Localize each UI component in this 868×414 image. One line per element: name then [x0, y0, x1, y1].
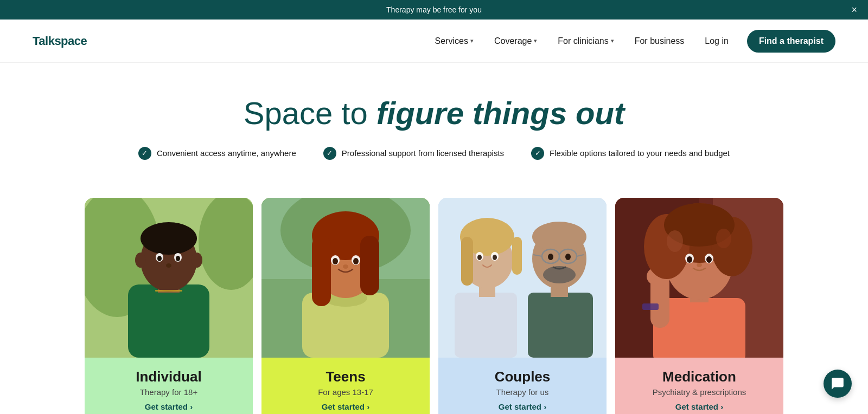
login-link[interactable]: Log in: [697, 32, 736, 50]
chevron-down-icon: ▾: [534, 37, 537, 44]
navigation: Talkspace Services ▾ Coverage ▾ For clin…: [0, 20, 868, 63]
card-couples: Couples Therapy for us Get started ›: [438, 198, 607, 414]
feature-text-1: Convenient access anytime, anywhere: [157, 148, 296, 158]
hero-section: Space to figure things out ✓ Convenient …: [0, 63, 868, 176]
teens-illustration: [261, 198, 430, 358]
feature-text-3: Flexible options tailored to your needs …: [550, 148, 730, 158]
card-teens-image: [261, 198, 430, 358]
logo[interactable]: Talkspace: [33, 34, 87, 48]
svg-point-73: [687, 256, 692, 263]
card-teens-cta[interactable]: Get started ›: [322, 402, 369, 411]
svg-rect-36: [461, 237, 473, 286]
card-individual-subtitle: Therapy for 18+: [95, 387, 242, 397]
banner-close-button[interactable]: ×: [851, 4, 857, 16]
banner-text: Therapy may be free for you: [386, 5, 482, 14]
card-medication-image: [615, 198, 783, 358]
svg-rect-76: [642, 303, 659, 310]
card-individual-title: Individual: [95, 368, 242, 385]
nav-item-cta[interactable]: Find a therapist: [742, 30, 835, 53]
feature-text-2: Professional support from licensed thera…: [342, 148, 504, 158]
card-individual-cta[interactable]: Get started ›: [145, 402, 193, 411]
nav-item-clinicians[interactable]: For clinicians ▾: [550, 32, 621, 50]
card-couples-image: [438, 198, 607, 358]
nav-item-login[interactable]: Log in: [697, 32, 736, 50]
svg-point-45: [532, 222, 586, 252]
card-couples-body: Couples Therapy for us Get started ›: [438, 358, 607, 414]
chevron-down-icon: ▾: [611, 37, 614, 44]
card-medication: Medication Psychiatry & prescriptions Ge…: [615, 198, 783, 414]
nav-menu: Services ▾ Coverage ▾ For clinicians ▾ F…: [427, 30, 835, 53]
hero-features: ✓ Convenient access anytime, anywhere ✓ …: [11, 147, 857, 160]
hero-headline-normal: Space to: [244, 95, 376, 131]
svg-rect-23: [312, 236, 331, 306]
nav-business-label: For business: [635, 36, 685, 46]
hero-headline: Space to figure things out: [11, 95, 857, 132]
card-medication-cta[interactable]: Get started ›: [675, 402, 723, 411]
card-teens-subtitle: For ages 13-17: [272, 387, 419, 397]
card-individual: Individual Therapy for 18+ Get started ›: [85, 198, 253, 414]
chat-icon: [831, 377, 845, 391]
svg-point-70: [716, 229, 731, 248]
card-individual-body: Individual Therapy for 18+ Get started ›: [85, 358, 253, 414]
nav-item-coverage[interactable]: Coverage ▾: [487, 32, 545, 50]
card-medication-title: Medication: [626, 368, 773, 385]
card-couples-subtitle: Therapy for us: [449, 387, 596, 397]
svg-point-6: [141, 222, 197, 255]
card-medication-subtitle: Psychiatry & prescriptions: [626, 387, 773, 397]
svg-point-7: [135, 253, 146, 268]
card-couples-title: Couples: [449, 368, 596, 385]
check-icon: ✓: [138, 147, 151, 160]
hero-feature-2: ✓ Professional support from licensed the…: [323, 147, 504, 160]
nav-item-services[interactable]: Services ▾: [427, 32, 481, 50]
card-teens-body: Teens For ages 13-17 Get started ›: [261, 358, 430, 414]
service-cards: Individual Therapy for 18+ Get started ›: [0, 176, 868, 414]
svg-point-13: [166, 263, 171, 268]
nav-coverage-label: Coverage: [494, 36, 532, 46]
nav-services-label: Services: [435, 36, 468, 46]
card-teens: Teens For ages 13-17 Get started ›: [261, 198, 430, 414]
find-therapist-button[interactable]: Find a therapist: [747, 30, 835, 53]
hero-headline-bold: figure things out: [376, 95, 625, 131]
svg-point-27: [333, 258, 338, 264]
svg-point-40: [477, 255, 482, 260]
hero-feature-3: ✓ Flexible options tailored to your need…: [531, 147, 730, 160]
check-icon: ✓: [531, 147, 544, 160]
svg-point-8: [192, 253, 202, 268]
hero-feature-1: ✓ Convenient access anytime, anywhere: [138, 147, 296, 160]
svg-rect-14: [155, 290, 182, 292]
card-couples-cta[interactable]: Get started ›: [499, 402, 546, 411]
svg-rect-3: [128, 284, 209, 358]
svg-point-41: [493, 255, 497, 260]
svg-point-74: [706, 256, 712, 263]
chat-button[interactable]: [824, 370, 852, 398]
card-medication-body: Medication Psychiatry & prescriptions Ge…: [615, 358, 783, 414]
card-teens-title: Teens: [272, 368, 419, 385]
medication-illustration: [615, 198, 783, 358]
nav-clinicians-label: For clinicians: [558, 36, 608, 46]
svg-point-54: [548, 254, 553, 260]
svg-point-11: [157, 256, 162, 261]
svg-point-28: [353, 258, 359, 264]
nav-item-business[interactable]: For business: [627, 32, 692, 50]
svg-rect-24: [360, 236, 379, 295]
chevron-down-icon: ▾: [470, 37, 474, 44]
check-icon: ✓: [323, 147, 336, 160]
svg-point-29: [343, 264, 348, 269]
couples-illustration: [438, 198, 607, 358]
svg-point-12: [176, 256, 180, 261]
svg-point-75: [697, 263, 702, 267]
svg-rect-42: [528, 293, 593, 358]
svg-rect-32: [455, 293, 517, 358]
individual-illustration: [85, 198, 253, 358]
top-banner: Therapy may be free for you ×: [0, 0, 868, 20]
svg-point-69: [667, 230, 683, 252]
card-individual-image: [85, 198, 253, 358]
svg-point-55: [565, 254, 571, 260]
svg-rect-37: [512, 237, 522, 275]
